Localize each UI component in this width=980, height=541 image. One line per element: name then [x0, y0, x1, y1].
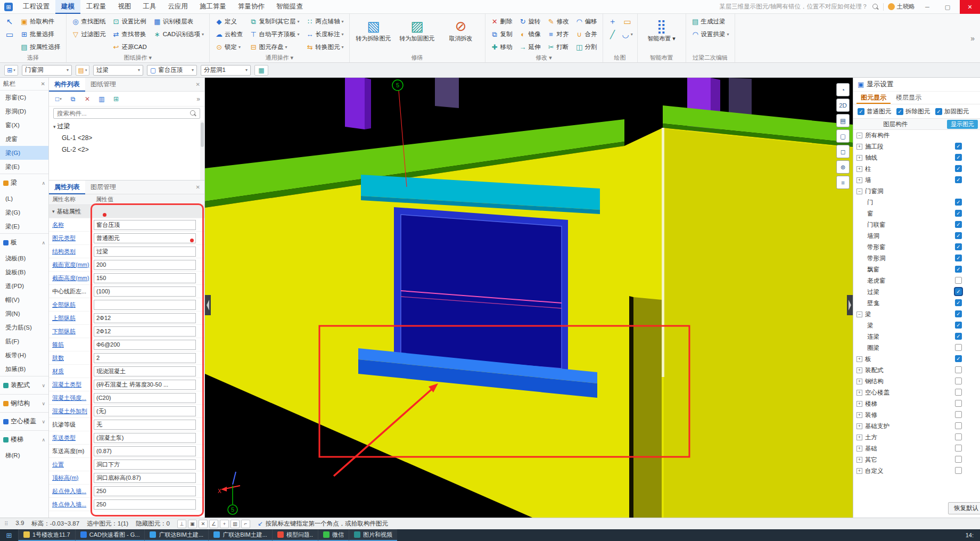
nav-item[interactable]: 筋(F) [0, 334, 48, 348]
taskbar-item[interactable]: CAD快速看图 - G... [75, 529, 145, 541]
checkbox[interactable]: ✓ [935, 108, 942, 115]
property-value[interactable]: 150 [94, 273, 196, 283]
nav-item[interactable]: (L) [0, 192, 48, 206]
viewport-right-handle[interactable] [847, 295, 853, 315]
checkbox[interactable]: ✓ [858, 108, 864, 115]
close-icon[interactable]: ✕ [192, 184, 204, 190]
expander-icon[interactable]: + [857, 356, 862, 362]
user-account[interactable]: 土晓略 [888, 3, 916, 11]
component-search[interactable] [53, 108, 200, 119]
property-value[interactable]: 250 [94, 499, 196, 510]
nav-item[interactable]: 梁(G) [0, 206, 48, 219]
ribbon-button[interactable]: ◠偏移 [573, 15, 600, 28]
ribbon-button[interactable]: ▦识别楼层表 [151, 15, 207, 28]
nav-item[interactable]: 形洞(D) [0, 104, 48, 118]
column-a[interactable] [345, 78, 365, 129]
property-name[interactable]: 截面宽度(mm) [49, 261, 94, 269]
property-value[interactable]: (C20) [94, 393, 196, 403]
copy-to-floor-button[interactable]: ▥ [96, 94, 107, 104]
visibility-checkbox[interactable]: ✓ [955, 154, 962, 161]
property-name[interactable]: 起点伸入墙... [49, 487, 94, 495]
nav-item[interactable]: 旋板(B) [0, 265, 48, 279]
layers-tool-button[interactable]: ▤▾ [76, 65, 89, 76]
ribbon-button[interactable]: ⊘取消拆改 [440, 15, 482, 43]
ribbon-button[interactable]: ↻旋转 [516, 15, 543, 28]
visibility-checkbox[interactable]: ✓ [955, 299, 962, 306]
nav-item[interactable]: 形窗(C) [0, 91, 48, 104]
ribbon-button[interactable]: ⇆转换图元▾ [303, 41, 347, 53]
property-name[interactable]: 结构类别 [49, 248, 94, 256]
visibility-checkbox[interactable]: ✓ [955, 322, 962, 329]
expander-icon[interactable]: + [857, 367, 862, 373]
property-name[interactable]: 混凝土强度... [49, 394, 94, 402]
tab[interactable]: 楼层显示 [892, 92, 926, 104]
property-name[interactable]: 终点伸入墙... [49, 501, 94, 509]
visibility-checkbox[interactable]: ✓ [955, 243, 962, 250]
visibility-checkbox[interactable]: ✓ [955, 255, 962, 261]
corner-tool[interactable]: ⌐ [241, 520, 250, 528]
component-group[interactable]: ▾过梁 [49, 120, 204, 132]
property-value[interactable]: 洞口下方 [94, 460, 196, 470]
taskbar-item[interactable]: 微信 [318, 529, 349, 541]
taskbar-item[interactable]: 模型问题.. [272, 529, 318, 541]
property-value[interactable]: 普通图元 [94, 233, 196, 243]
maximize-button[interactable]: ▢ [940, 0, 956, 14]
property-value[interactable]: 无 [94, 420, 196, 430]
copy-tool[interactable]: ▥ [230, 520, 240, 528]
nav-item[interactable]: 洞(N) [0, 307, 48, 321]
visibility-checkbox[interactable]: ✓ [955, 355, 962, 362]
visibility-checkbox[interactable]: ✓ [955, 210, 962, 217]
component-combo[interactable]: ▢窗台压顶▾ [147, 65, 197, 76]
menu-tab[interactable]: 工程量 [80, 0, 112, 14]
ribbon-button[interactable]: ∷两点辅轴▾ [303, 15, 347, 28]
visibility-checkbox[interactable] [955, 400, 962, 407]
ribbon-button[interactable]: ⧉复制到其它层▾ [247, 15, 302, 28]
property-value[interactable]: 2 [94, 353, 196, 363]
property-value[interactable]: (混凝土泵) [94, 433, 196, 443]
expander-icon[interactable]: + [857, 412, 862, 418]
ribbon-button[interactable]: ⊟图元存盘▾ [247, 41, 302, 53]
ribbon-expand-button[interactable]: » [965, 34, 980, 43]
property-name[interactable]: 箍筋 [49, 341, 94, 349]
expander-icon[interactable]: + [857, 379, 862, 384]
property-value[interactable]: (无) [94, 406, 196, 416]
ortho-tool[interactable]: ⊥ [177, 520, 186, 528]
visibility-checkbox[interactable] [955, 277, 962, 284]
ribbon-button[interactable]: ▭ [621, 15, 635, 28]
property-name[interactable]: 顶标高(m) [49, 474, 94, 482]
menu-tab[interactable]: 视图 [112, 0, 137, 14]
expander-icon[interactable]: + [857, 177, 862, 183]
column-b[interactable] [435, 78, 459, 108]
clear-tool[interactable]: ✕ [199, 520, 208, 528]
menu-tab[interactable]: 云应用 [162, 0, 194, 14]
expander-icon[interactable]: − [857, 133, 862, 138]
nav-section[interactable]: 板∧ [0, 233, 48, 251]
window-glass[interactable] [401, 215, 562, 368]
visibility-checkbox[interactable]: ✓ [955, 199, 962, 206]
ribbon-button[interactable]: ◆定义 [212, 15, 246, 28]
nav-item[interactable]: 受力筋(S) [0, 321, 48, 334]
nav-section[interactable]: 梁∧ [0, 174, 48, 192]
cube-view-tool[interactable]: ▢ [836, 129, 850, 143]
wall-right-face[interactable] [664, 129, 853, 518]
filter-check[interactable]: ✓拆除图元 [896, 108, 930, 116]
nav-item[interactable]: 帽(V) [0, 293, 48, 307]
property-name[interactable]: 全部纵筋 [49, 301, 94, 309]
taskbar-item[interactable]: 1号楼改造11.7 [18, 529, 75, 541]
ribbon-button[interactable]: ⊞批量选择 [18, 28, 63, 40]
expander-icon[interactable]: + [857, 446, 862, 452]
search-icon[interactable] [872, 4, 879, 10]
visibility-checkbox[interactable]: ✓ [955, 333, 962, 340]
view-2d-tool[interactable]: 2D [836, 99, 850, 112]
checkbox[interactable]: ✓ [896, 108, 903, 115]
property-value[interactable]: 过梁 [94, 247, 196, 257]
property-name[interactable]: 下部纵筋 [49, 327, 94, 335]
ribbon-button[interactable]: ⊙锁定▾ [212, 41, 246, 53]
pier[interactable] [633, 297, 662, 518]
ribbon-button[interactable]: ◡▾ [621, 28, 635, 40]
visibility-checkbox[interactable]: ✓ [955, 176, 962, 183]
nav-item[interactable]: 梁(G) [0, 146, 48, 160]
visibility-checkbox[interactable] [955, 344, 962, 351]
layers-view-tool[interactable]: ▤ [836, 114, 850, 127]
ribbon-button[interactable]: ↖ [3, 15, 17, 28]
